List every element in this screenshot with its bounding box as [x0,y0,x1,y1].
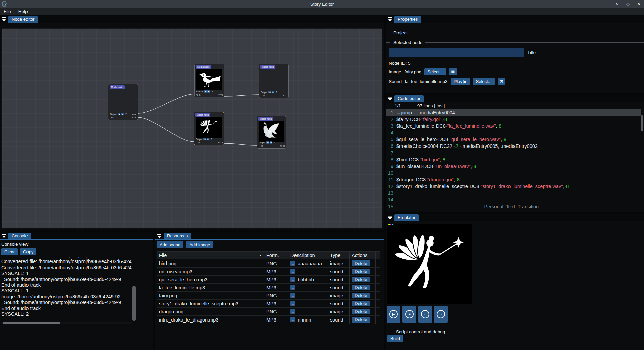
output-increment-button[interactable]: ▶ [207,90,210,93]
edit-description-button[interactable]: .. [290,269,295,274]
column-header-actions[interactable]: Actions [350,252,376,259]
title-input[interactable] [389,48,524,57]
output-port[interactable] [286,95,287,96]
output-decrement-button[interactable]: ◀ [203,138,206,140]
input-port[interactable] [261,95,262,96]
code-line[interactable]: 1→jump····.mediaEntry0004 [386,109,641,116]
image-select-button[interactable]: Select... [424,68,446,75]
code-scrollbar[interactable] [641,115,643,131]
node-dragon[interactable]: Media nodeOutput:◀▶1In#0 [257,116,286,149]
code-line[interactable]: 5$qui_sera_le_hero·DC8·"qui_sera_le_hero… [386,136,641,143]
code-line[interactable]: 15——— Personal Text Transition ——— [386,203,641,210]
resource-row[interactable]: qui_sera_le_hero.mp3MP3..bbbbbbsoundDele… [157,276,380,284]
console-log[interactable]: Convertered file: /home/anthony/ostproj/… [1,257,132,321]
input-port[interactable] [110,117,112,118]
code-line[interactable]: 3$la_fee_luminelle·DC8·"la_fee_luminelle… [386,123,641,129]
minimize-icon[interactable]: ∨ [616,0,619,8]
console-clear-button[interactable]: Clear [1,248,18,255]
output-increment-button[interactable]: ▶ [272,91,274,93]
tab-emulator[interactable]: Emulator [394,214,419,221]
sound-clear-button[interactable]: ⊠ [498,78,505,85]
edit-description-button[interactable]: .. [290,293,295,298]
add-sound-button[interactable]: Add sound [157,241,183,248]
resource-row[interactable]: un_oiseau.mp3MP3..soundDelete [157,268,380,276]
emulator-play-button[interactable]: ▶ [387,306,400,323]
output-increment-button[interactable]: ▶ [270,141,272,144]
output-port[interactable] [135,117,137,118]
node-bird[interactable]: Media nodeOutput:◀▶1In#0 [194,64,224,97]
collapse-icon[interactable] [2,17,7,22]
sound-select-button[interactable]: Select... [473,78,495,85]
output-increment-button[interactable]: ▶ [207,138,209,140]
delete-button[interactable]: Delete [352,293,370,298]
console-vscrollbar[interactable] [132,286,136,321]
tab-code-editor[interactable]: Code editor [394,95,424,102]
maximize-icon[interactable]: ◇ [626,0,630,8]
output-increment-button[interactable]: ▶ [121,113,124,115]
add-image-button[interactable]: Add image [186,241,213,248]
edit-description-button[interactable]: .. [290,285,295,290]
node-fairy[interactable]: Media nodeOutput:◀▶1In#0 [194,112,224,145]
input-port[interactable] [196,142,197,143]
resource-row[interactable]: story1_drako_luminelle_sceptre.mp3MP3..s… [157,300,380,308]
output-port[interactable] [135,114,137,115]
code-line[interactable]: 9$un_oiseau·DC8·"un_oiseau.wav",·8 [386,163,641,170]
input-port[interactable] [259,145,260,147]
code-line[interactable]: 7 [386,150,641,156]
code-line[interactable]: 10 [386,170,641,176]
emulator-stop-button[interactable]: ■ [402,306,416,323]
delete-button[interactable]: Delete [352,301,370,306]
code-line[interactable]: 8$bird·DC8·"bird.qoi",·8 [386,156,641,163]
tab-node-editor[interactable]: Node editor [8,16,38,23]
collapse-icon[interactable] [388,215,393,220]
build-button[interactable]: Build [387,335,403,342]
code-line[interactable]: 11$dragon·DC8·"dragon.qoi",·8 [386,176,641,183]
code-line[interactable]: 14 [386,196,641,203]
output-port[interactable] [221,142,223,143]
tab-resources[interactable]: Resources [164,233,191,239]
delete-button[interactable]: Delete [352,317,370,323]
emulator-prev-button[interactable]: ← [418,306,432,323]
output-decrement-button[interactable]: ◀ [266,141,269,144]
resource-row[interactable]: intro_drako_le_dragon.mp3MP3..nnnnnsound… [157,316,380,324]
console-hscrollbar[interactable] [1,322,132,324]
delete-button[interactable]: Delete [352,277,370,282]
node-canvas[interactable]: Media nodeOutput:◀▶2In#0#1Media nodeOutp… [2,28,382,228]
column-header-description[interactable]: Description [288,252,328,259]
resource-row[interactable]: fairy.pngPNG..imageDelete [157,292,380,300]
collapse-icon[interactable] [388,17,393,22]
column-header-form[interactable]: Form. [264,252,288,259]
code-line[interactable]: 4 [386,129,641,136]
output-port[interactable] [221,94,223,96]
code-line[interactable]: 6$mediaChoice0004·DC32,·2,·.mediaEntry00… [386,143,641,150]
edit-description-button[interactable]: .. [290,301,295,306]
node-blank-0[interactable]: Media nodeOutput:◀▶2In#0#1 [108,84,138,120]
code-line[interactable]: 13 [386,190,641,196]
output-decrement-button[interactable]: ◀ [268,91,271,93]
menu-file[interactable]: File [0,8,15,15]
node-blank-2[interactable]: Media nodeOutput:◀▶1In#0 [259,64,289,98]
output-decrement-button[interactable]: ◀ [204,90,207,93]
edit-description-button[interactable]: .. [290,277,295,282]
edit-description-button[interactable]: .. [290,317,295,322]
column-header-file[interactable]: File▲ [157,252,264,259]
code-lines[interactable]: 1→jump····.mediaEntry00042$fairy·DC8·"fa… [386,109,641,212]
collapse-icon[interactable] [2,233,7,238]
resource-row[interactable]: bird.pngPNG..aaaaaaaaaimageDelete [157,259,380,268]
delete-button[interactable]: Delete [352,285,370,290]
input-port[interactable] [196,94,198,96]
menu-help[interactable]: Help [15,8,32,15]
resource-row[interactable]: dragon.pngPNG..imageDelete [157,308,380,316]
resource-row[interactable]: la_fee_luminelle.mp3MP3..soundDelete [157,284,380,292]
code-line[interactable]: 12$story1_drako_luminelle_sceptre·DC8·"s… [386,183,641,190]
output-decrement-button[interactable]: ◀ [118,113,120,115]
collapse-icon[interactable] [388,96,393,101]
code-line[interactable]: 2$fairy·DC8·"fairy.qoi",·8 [386,116,641,123]
console-copy-button[interactable]: Copy [20,248,36,255]
close-icon[interactable]: ✕ [637,0,641,8]
tab-properties[interactable]: Properties [394,16,421,23]
sound-play-button[interactable]: Play ▶ [451,78,470,85]
delete-button[interactable]: Delete [352,309,370,314]
column-header-type[interactable]: Type [328,252,350,259]
delete-button[interactable]: Delete [352,269,370,274]
